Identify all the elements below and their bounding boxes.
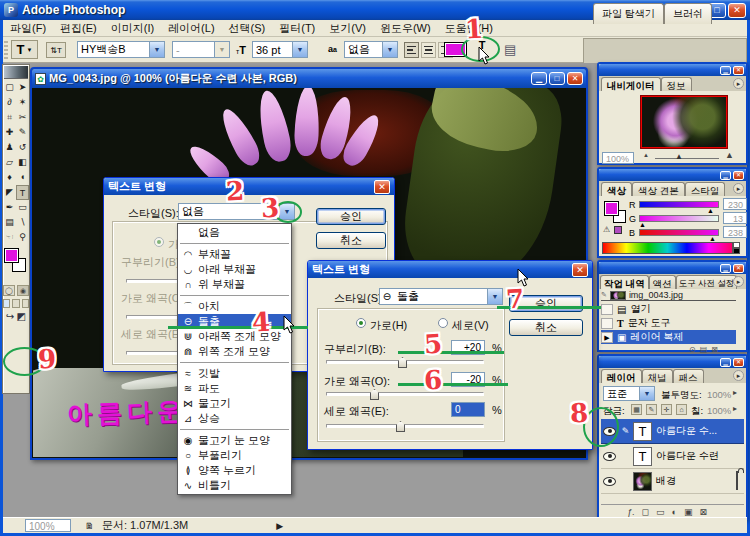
tab-history[interactable]: 작업 내역 bbox=[600, 275, 649, 289]
horizontal-radio-label[interactable]: 가로(H) bbox=[370, 318, 407, 333]
hand-tool-icon[interactable]: ☜ bbox=[3, 230, 16, 245]
tab-info[interactable]: 정보 bbox=[661, 77, 692, 91]
dialog2-titlebar[interactable]: 텍스트 변형 ✕ bbox=[308, 261, 592, 278]
tab-navigator[interactable]: 내비게이터 bbox=[601, 77, 661, 91]
cancel-button[interactable]: 취소 bbox=[316, 232, 386, 249]
menu-file[interactable]: 파일(F) bbox=[3, 20, 53, 37]
palette-menu-icon[interactable]: ▸ bbox=[733, 370, 744, 381]
lock-pixels-icon[interactable]: ✎ bbox=[646, 404, 657, 415]
document-titlebar[interactable]: ✿ MG_0043.jpg @ 100% (아름다운 수련 사본, RGB) ▁… bbox=[32, 69, 586, 88]
opacity-value[interactable]: 100% bbox=[707, 389, 731, 400]
adjustment-layer-icon[interactable]: ◐ bbox=[672, 507, 677, 517]
type-tool-icon[interactable]: T bbox=[16, 185, 29, 200]
menu-layer[interactable]: 레이어(L) bbox=[161, 20, 221, 37]
option-fisheye[interactable]: ◉물고기 눈 모양 bbox=[178, 433, 291, 448]
option-arc-lower[interactable]: ◡아래 부채꼴 bbox=[178, 262, 291, 277]
layer-mask-icon[interactable]: ◻ bbox=[642, 507, 649, 517]
dialog1-titlebar[interactable]: 텍스트 변형 ✕ bbox=[104, 178, 394, 195]
image-layer-thumbnail[interactable] bbox=[633, 472, 652, 491]
palette-minimize-button[interactable]: ▁ bbox=[720, 66, 731, 75]
standard-screen-button[interactable] bbox=[3, 299, 10, 308]
g-value[interactable]: 13 bbox=[723, 212, 747, 224]
notes-tool-icon[interactable]: ▤ bbox=[3, 215, 16, 230]
tab-brushes[interactable]: 브러쉬 bbox=[664, 3, 712, 24]
magic-wand-tool-icon[interactable]: ✶ bbox=[16, 95, 29, 110]
option-arc[interactable]: ◠부채꼴 bbox=[178, 247, 291, 262]
lock-transparency-icon[interactable]: ▦ bbox=[631, 404, 642, 415]
option-wave[interactable]: ≋파도 bbox=[178, 381, 291, 396]
doc-minimize-button[interactable]: ▁ bbox=[531, 72, 547, 85]
text-layer-thumbnail[interactable]: T bbox=[633, 447, 652, 466]
font-size-select[interactable]: 36 pt ▼ bbox=[252, 41, 308, 58]
palette-close-button[interactable]: ✕ bbox=[733, 358, 744, 367]
g-slider[interactable] bbox=[639, 215, 719, 222]
lock-position-icon[interactable]: ✛ bbox=[661, 404, 672, 415]
new-document-icon[interactable]: ▤ bbox=[700, 345, 708, 354]
gamut-swatch[interactable] bbox=[614, 226, 622, 234]
zoom-slider-thumb[interactable]: ▲ bbox=[675, 152, 683, 161]
text-orientation-button[interactable]: ⇅T bbox=[46, 42, 66, 58]
vertical-radio[interactable] bbox=[438, 318, 448, 328]
tab-channels[interactable]: 채널 bbox=[642, 369, 673, 383]
layer-set-icon[interactable]: ▭ bbox=[656, 507, 665, 517]
jump-arrow-icon[interactable]: ↪ bbox=[6, 311, 14, 322]
option-none[interactable]: 없음 bbox=[178, 225, 291, 240]
tab-file-browser[interactable]: 파일 탐색기 bbox=[593, 3, 664, 24]
v-distort-input[interactable]: 0 bbox=[451, 402, 485, 417]
palette-menu-icon[interactable]: ▸ bbox=[733, 78, 744, 89]
fill-value[interactable]: 100% bbox=[707, 405, 731, 416]
pen-tool-icon[interactable]: ✒ bbox=[3, 200, 16, 215]
palette-close-button[interactable]: ✕ bbox=[733, 264, 744, 273]
dialog2-close-icon[interactable]: ✕ bbox=[572, 263, 588, 277]
navigator-zoom-slider[interactable] bbox=[655, 158, 719, 159]
imageready-icon[interactable]: ◩ bbox=[16, 311, 25, 322]
option-shell-lower[interactable]: ⋓아래쪽 조개 모양 bbox=[178, 329, 291, 344]
align-center-button[interactable] bbox=[421, 42, 436, 58]
b-value[interactable]: 238 bbox=[723, 226, 747, 238]
brush-tool-icon[interactable]: ✎ bbox=[16, 125, 29, 140]
b-slider-thumb[interactable]: ▲ bbox=[709, 235, 716, 242]
path-selection-tool-icon[interactable]: ◤ bbox=[3, 185, 16, 200]
r-value[interactable]: 230 bbox=[723, 198, 747, 210]
palette-menu-icon[interactable]: ▸ bbox=[733, 183, 744, 194]
tab-layers[interactable]: 레이어 bbox=[601, 369, 642, 383]
trash-icon[interactable]: ⊠ bbox=[711, 345, 718, 354]
marquee-tool-icon[interactable]: ▢ bbox=[3, 80, 16, 95]
tab-paths[interactable]: 패스 bbox=[673, 369, 704, 383]
eraser-tool-icon[interactable]: ▱ bbox=[3, 155, 16, 170]
move-tool-icon[interactable]: ➤ bbox=[16, 80, 29, 95]
ramp-black-swatch[interactable] bbox=[733, 248, 740, 254]
fill-arrow-icon[interactable]: ▸ bbox=[733, 404, 737, 413]
visibility-toggle[interactable] bbox=[601, 477, 618, 486]
opacity-arrow-icon[interactable]: ▸ bbox=[733, 388, 737, 397]
option-inflate[interactable]: ○부풀리기 bbox=[178, 448, 291, 463]
color-ramp[interactable] bbox=[602, 242, 733, 254]
doc-restore-button[interactable]: □ bbox=[549, 72, 565, 85]
fullscreen-button[interactable] bbox=[22, 299, 29, 308]
text-layer-thumbnail[interactable]: T bbox=[633, 422, 652, 441]
vertical-radio-label[interactable]: 세로(V) bbox=[452, 318, 489, 333]
tab-tool-presets[interactable]: 도구 사전 설정 bbox=[676, 275, 738, 289]
lock-all-icon[interactable]: ⌂ bbox=[676, 404, 687, 415]
preview-doc-icon[interactable]: 🗎 bbox=[85, 521, 94, 531]
type-tool-preset-button[interactable]: T ▼ bbox=[11, 40, 38, 59]
layer-row-background[interactable]: 배경 bbox=[601, 469, 744, 494]
toolbox-header[interactable] bbox=[4, 66, 28, 79]
palette-minimize-button[interactable]: ▁ bbox=[720, 264, 731, 273]
r-slider-thumb[interactable]: ▲ bbox=[707, 207, 714, 214]
doc-close-button[interactable]: ✕ bbox=[567, 72, 583, 85]
gamut-warning-icon[interactable]: ⚠ bbox=[603, 225, 610, 234]
navigator-thumbnail[interactable] bbox=[641, 96, 727, 148]
quick-mask-button[interactable]: ◉ bbox=[17, 285, 29, 296]
tab-swatches[interactable]: 색상 견본 bbox=[632, 182, 685, 196]
option-arc-upper[interactable]: ∩위 부채꼴 bbox=[178, 277, 291, 292]
option-flag[interactable]: ≈깃발 bbox=[178, 366, 291, 381]
option-arch[interactable]: ⌒아치 bbox=[178, 299, 291, 314]
chevron-down-icon[interactable]: ▼ bbox=[149, 42, 164, 57]
font-style-select[interactable]: - ▼ bbox=[172, 41, 230, 58]
crop-tool-icon[interactable]: ⌗ bbox=[3, 110, 16, 125]
chevron-down-icon[interactable]: ▼ bbox=[487, 289, 502, 304]
menu-select[interactable]: 선택(S) bbox=[222, 20, 273, 37]
canvas-warped-text[interactable]: 아름다운 bbox=[66, 394, 187, 431]
healing-brush-tool-icon[interactable]: ✚ bbox=[3, 125, 16, 140]
